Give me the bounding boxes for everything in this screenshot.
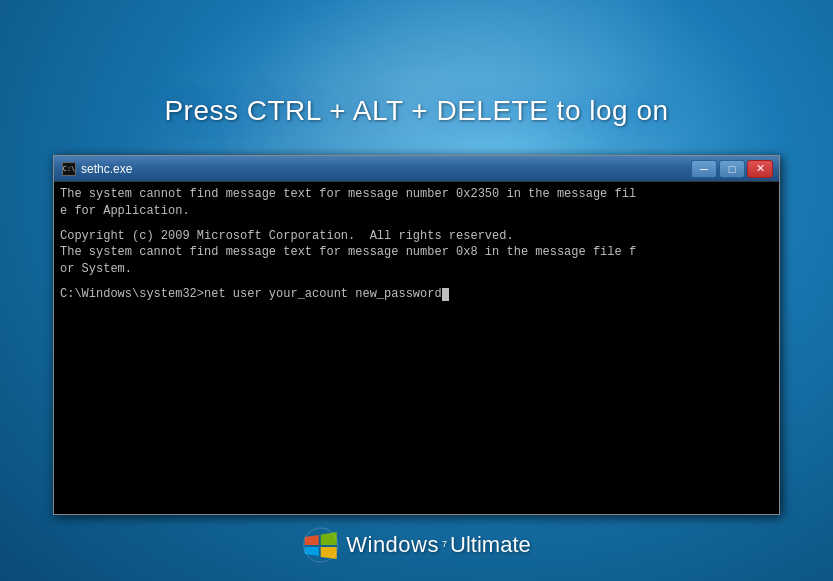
cmd-icon: C:\ bbox=[62, 162, 76, 176]
title-bar-left: C:\ sethc.exe bbox=[62, 162, 132, 176]
cmd-line-1: The system cannot find message text for … bbox=[60, 186, 773, 203]
windows-brand: Windows 7 Ultimate bbox=[346, 532, 531, 558]
cmd-line-3 bbox=[60, 220, 773, 228]
windows-text: Windows bbox=[346, 532, 439, 558]
maximize-button[interactable]: □ bbox=[719, 160, 745, 178]
login-prompt: Press CTRL + ALT + DELETE to log on bbox=[0, 95, 833, 127]
window-title: sethc.exe bbox=[81, 162, 132, 176]
cmd-line-2: e for Application. bbox=[60, 203, 773, 220]
login-prompt-text: Press CTRL + ALT + DELETE to log on bbox=[164, 95, 668, 126]
windows-orb bbox=[302, 527, 338, 563]
close-button[interactable]: ✕ bbox=[747, 160, 773, 178]
window-controls: ─ □ ✕ bbox=[691, 160, 773, 178]
title-bar: C:\ sethc.exe ─ □ ✕ bbox=[54, 156, 779, 182]
cmd-line-7 bbox=[60, 278, 773, 286]
minimize-button[interactable]: ─ bbox=[691, 160, 717, 178]
cmd-content: The system cannot find message text for … bbox=[54, 182, 779, 514]
cursor bbox=[442, 288, 449, 301]
windows-edition: Ultimate bbox=[450, 532, 531, 558]
windows7-logo: Windows 7 Ultimate bbox=[302, 527, 531, 563]
cmd-line-6: or System. bbox=[60, 261, 773, 278]
cmd-window[interactable]: C:\ sethc.exe ─ □ ✕ The system cannot fi… bbox=[53, 155, 780, 515]
cmd-line-4: Copyright (c) 2009 Microsoft Corporation… bbox=[60, 228, 773, 245]
windows-version: 7 bbox=[442, 539, 447, 554]
cmd-prompt-line: C:\Windows\system32>net user your_acount… bbox=[60, 286, 773, 303]
cmd-line-5: The system cannot find message text for … bbox=[60, 244, 773, 261]
